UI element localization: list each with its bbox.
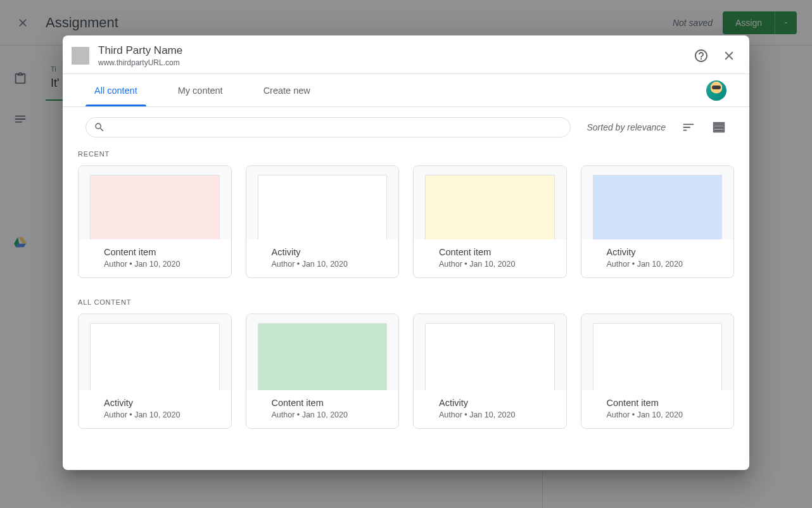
content-card[interactable]: ActivityAuthor • Jan 10, 2020 [78, 314, 232, 429]
card-meta: ActivityAuthor • Jan 10, 2020 [246, 239, 399, 277]
card-meta: Content itemAuthor • Jan 10, 2020 [414, 239, 566, 277]
card-title: Activity [607, 247, 723, 257]
card-thumbnail [246, 166, 399, 239]
search-icon [94, 122, 105, 133]
tab-my-content[interactable]: My content [169, 74, 232, 106]
card-thumbnail [414, 166, 566, 239]
modal-header: Third Party Name www.thirdpartyURL.com [63, 35, 749, 74]
card-title: Content item [272, 398, 388, 408]
card-thumbnail [414, 314, 566, 390]
third-party-logo [72, 47, 89, 65]
card-meta: ActivityAuthor • Jan 10, 2020 [79, 390, 231, 428]
list-view-icon[interactable] [711, 120, 726, 135]
content-card[interactable]: Content itemAuthor • Jan 10, 2020 [78, 165, 232, 278]
help-icon[interactable] [694, 48, 709, 63]
modal-url: www.thirdpartyURL.com [98, 58, 182, 67]
card-subtitle: Author • Jan 10, 2020 [439, 410, 555, 419]
card-meta: Content itemAuthor • Jan 10, 2020 [79, 239, 231, 277]
content-card[interactable]: ActivityAuthor • Jan 10, 2020 [246, 165, 400, 278]
card-subtitle: Author • Jan 10, 2020 [439, 260, 555, 269]
all-content-grid: ActivityAuthor • Jan 10, 2020Content ite… [78, 314, 734, 429]
content-card[interactable]: Content itemAuthor • Jan 10, 2020 [246, 314, 400, 429]
card-subtitle: Author • Jan 10, 2020 [104, 260, 220, 269]
card-thumbnail [581, 166, 734, 239]
card-title: Activity [272, 247, 388, 257]
content-picker-modal: Third Party Name www.thirdpartyURL.com A… [63, 35, 749, 470]
card-title: Content item [607, 398, 723, 408]
card-thumbnail [79, 166, 231, 239]
card-title: Content item [439, 247, 555, 257]
content-card[interactable]: Content itemAuthor • Jan 10, 2020 [581, 314, 735, 429]
card-subtitle: Author • Jan 10, 2020 [272, 410, 388, 419]
card-subtitle: Author • Jan 10, 2020 [272, 260, 388, 269]
card-meta: Content itemAuthor • Jan 10, 2020 [246, 390, 399, 428]
user-avatar[interactable] [706, 80, 726, 101]
card-subtitle: Author • Jan 10, 2020 [104, 410, 220, 419]
card-title: Activity [439, 398, 555, 408]
content-card[interactable]: ActivityAuthor • Jan 10, 2020 [581, 165, 735, 278]
section-all-label: ALL CONTENT [78, 296, 734, 314]
content-card[interactable]: ActivityAuthor • Jan 10, 2020 [413, 314, 567, 429]
card-title: Activity [104, 398, 220, 408]
close-modal-icon[interactable] [721, 48, 737, 63]
card-subtitle: Author • Jan 10, 2020 [607, 410, 723, 419]
tab-create-new[interactable]: Create new [255, 74, 319, 106]
card-meta: ActivityAuthor • Jan 10, 2020 [581, 239, 734, 277]
content-card[interactable]: Content itemAuthor • Jan 10, 2020 [413, 165, 567, 278]
tab-all-content[interactable]: All content [86, 74, 146, 106]
sort-label: Sorted by relevance [587, 122, 666, 132]
card-subtitle: Author • Jan 10, 2020 [607, 260, 723, 269]
card-thumbnail [79, 314, 231, 390]
search-input[interactable] [110, 122, 562, 132]
card-thumbnail [246, 314, 399, 390]
sort-icon[interactable] [681, 120, 696, 135]
section-recent-label: RECENT [78, 148, 734, 165]
modal-body: RECENT Content itemAuthor • Jan 10, 2020… [63, 148, 749, 470]
card-meta: ActivityAuthor • Jan 10, 2020 [414, 390, 566, 428]
card-title: Content item [104, 247, 220, 257]
card-thumbnail [581, 314, 734, 390]
search-box[interactable] [86, 117, 571, 137]
controls-row: Sorted by relevance [63, 107, 749, 148]
recent-grid: Content itemAuthor • Jan 10, 2020Activit… [78, 165, 734, 278]
card-meta: Content itemAuthor • Jan 10, 2020 [581, 390, 734, 428]
tabs-row: All content My content Create new [63, 74, 749, 107]
modal-title: Third Party Name [98, 44, 182, 57]
